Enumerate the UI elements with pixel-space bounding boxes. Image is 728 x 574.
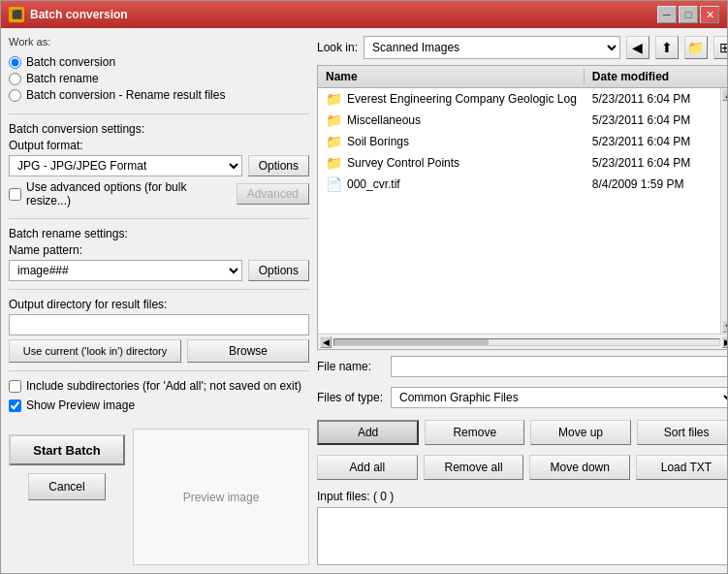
output-dir-section: Output directory for result files: C:\TE… xyxy=(9,298,309,363)
minimize-button[interactable]: ─ xyxy=(657,6,677,23)
file-list-header: Name Date modified xyxy=(318,66,727,88)
folder-icon: 📁 xyxy=(326,112,342,128)
file-name-text: Survey Control Points xyxy=(347,156,459,170)
move-up-button[interactable]: Move up xyxy=(530,420,630,445)
scroll-left-button[interactable]: ◀ xyxy=(320,336,332,348)
advanced-options-checkbox[interactable] xyxy=(9,188,21,201)
separator-3 xyxy=(9,289,309,290)
action-buttons-row1: Add Remove Move up Sort files xyxy=(317,420,727,445)
file-name-text: Soil Borings xyxy=(347,135,409,148)
col-date-header: Date modified xyxy=(585,68,720,85)
browse-button[interactable]: Browse xyxy=(187,339,309,363)
col-name-header: Name xyxy=(318,68,585,85)
batch-settings-section: Batch conversion settings: Output format… xyxy=(9,122,309,210)
show-preview-label: Show Preview image xyxy=(26,399,135,412)
table-row[interactable]: 📁 Survey Control Points 5/23/2011 6:04 P… xyxy=(318,152,720,174)
right-panel: Look in: Scanned Images Scanned ImagesDe… xyxy=(317,36,727,565)
sort-files-button[interactable]: Sort files xyxy=(637,420,727,445)
action-buttons-row2: Add all Remove all Move down Load TXT xyxy=(317,455,727,480)
move-down-button[interactable]: Move down xyxy=(529,455,630,480)
input-files-section: Input files: ( 0 ) xyxy=(317,490,727,565)
radio-batch-rename[interactable]: Batch rename xyxy=(9,72,309,85)
file-name-text: Miscellaneous xyxy=(347,113,421,127)
remove-all-button[interactable]: Remove all xyxy=(424,455,524,480)
maximize-button[interactable]: □ xyxy=(679,6,698,23)
output-dir-label: Output directory for result files: xyxy=(9,298,309,311)
show-preview-row: Show Preview image xyxy=(9,399,309,412)
use-current-button[interactable]: Use current ('look in') directory xyxy=(9,339,181,363)
file-name-input[interactable] xyxy=(391,356,727,377)
include-subdirs-row: Include subdirectories (for 'Add all'; n… xyxy=(9,379,309,393)
options-section: Include subdirectories (for 'Add all'; n… xyxy=(9,379,309,415)
left-panel: Work as: Batch conversion Batch rename B… xyxy=(9,36,309,565)
file-name-text: Everest Engineering Company Geologic Log xyxy=(347,92,577,106)
file-list-container: Name Date modified 📁 Everest Engineering… xyxy=(317,65,727,350)
output-format-select[interactable]: JPG - JPG/JPEG FormatPNG - Portable Netw… xyxy=(9,155,242,176)
table-row[interactable]: 📁 Miscellaneous 5/23/2011 6:04 PM xyxy=(318,110,720,131)
scroll-up-button[interactable]: ▲ xyxy=(722,89,727,101)
advanced-options-label: Use advanced options (for bulk resize...… xyxy=(26,180,232,207)
bottom-section: Start Batch Cancel Preview image xyxy=(9,429,309,565)
table-row[interactable]: 📄 000_cvr.tif 8/4/2009 1:59 PM xyxy=(318,174,720,195)
separator-1 xyxy=(9,113,309,114)
table-row[interactable]: 📁 Soil Borings 5/23/2011 6:04 PM xyxy=(318,131,720,152)
radio-batch-conversion-rename[interactable]: Batch conversion - Rename result files xyxy=(9,88,309,102)
vertical-scrollbar[interactable]: ▲ ▼ xyxy=(720,88,727,334)
files-of-type-label: Files of type: xyxy=(317,391,385,404)
file-name-row: File name: xyxy=(317,356,727,377)
output-dir-input[interactable]: C:\TEMP xyxy=(9,314,309,335)
look-in-label: Look in: xyxy=(317,41,358,54)
file-list-scroll[interactable]: 📁 Everest Engineering Company Geologic L… xyxy=(318,88,727,334)
window-controls: ─ □ ✕ xyxy=(657,6,719,23)
batch-settings-label: Batch conversion settings: xyxy=(9,122,309,136)
radio-batch-conversion-label: Batch conversion xyxy=(26,55,115,69)
name-pattern-row: image### Options xyxy=(9,260,309,281)
scroll-right-button[interactable]: ▶ xyxy=(722,336,727,348)
add-all-button[interactable]: Add all xyxy=(317,455,418,480)
separator-2 xyxy=(9,218,309,219)
advanced-button[interactable]: Advanced xyxy=(237,183,309,205)
name-pattern-options-button[interactable]: Options xyxy=(248,260,309,281)
include-subdirs-checkbox[interactable] xyxy=(9,380,21,393)
file-cell-name: 📁 Soil Borings xyxy=(318,133,585,150)
dir-buttons: Use current ('look in') directory Browse xyxy=(9,339,309,363)
work-as-section: Work as: Batch conversion Batch rename B… xyxy=(9,36,309,106)
file-cell-date: 5/23/2011 6:04 PM xyxy=(585,112,720,128)
radio-batch-conversion[interactable]: Batch conversion xyxy=(9,55,309,69)
name-pattern-select[interactable]: image### xyxy=(9,260,242,281)
files-of-type-select[interactable]: Common Graphic FilesAll FilesTIFF FilesJ… xyxy=(391,387,727,408)
file-list: 📁 Everest Engineering Company Geologic L… xyxy=(318,88,720,334)
separator-4 xyxy=(9,370,309,371)
show-preview-checkbox[interactable] xyxy=(9,399,21,412)
file-cell-date: 5/23/2011 6:04 PM xyxy=(585,91,720,107)
files-of-type-row: Files of type: Common Graphic FilesAll F… xyxy=(317,387,727,408)
h-scroll-thumb xyxy=(334,339,489,345)
output-format-label: Output format: xyxy=(9,139,309,152)
window-title: Batch conversion xyxy=(30,8,128,21)
file-cell-name: 📁 Miscellaneous xyxy=(318,112,585,129)
up-button[interactable]: ⬆ xyxy=(655,36,679,59)
radio-batch-rename-label: Batch rename xyxy=(26,72,99,85)
output-format-row: JPG - JPG/JPEG FormatPNG - Portable Netw… xyxy=(9,155,309,176)
preview-label: Preview image xyxy=(183,491,260,504)
main-window: ⬛ Batch conversion ─ □ ✕ Work as: Batch … xyxy=(0,0,728,574)
options-button[interactable]: Options xyxy=(248,155,309,176)
view-button[interactable]: ⊞ xyxy=(713,36,727,59)
close-button[interactable]: ✕ xyxy=(700,6,719,23)
main-content: Work as: Batch conversion Batch rename B… xyxy=(1,28,727,573)
title-bar: ⬛ Batch conversion ─ □ ✕ xyxy=(1,1,727,28)
look-in-select[interactable]: Scanned Images Scanned ImagesDesktopMy D… xyxy=(364,36,620,59)
file-cell-name: 📁 Survey Control Points xyxy=(318,154,585,172)
folder-icon: 📁 xyxy=(326,155,342,171)
add-button[interactable]: Add xyxy=(317,420,419,445)
remove-button[interactable]: Remove xyxy=(425,420,524,445)
new-folder-button[interactable]: 📁 xyxy=(684,36,708,59)
load-txt-button[interactable]: Load TXT xyxy=(636,455,727,480)
cancel-button[interactable]: Cancel xyxy=(28,473,106,500)
horizontal-scrollbar[interactable]: ◀ ▶ xyxy=(318,334,727,349)
start-batch-button[interactable]: Start Batch xyxy=(9,434,125,465)
file-cell-date: 5/23/2011 6:04 PM xyxy=(585,155,720,171)
back-button[interactable]: ◀ xyxy=(626,36,649,59)
table-row[interactable]: 📁 Everest Engineering Company Geologic L… xyxy=(318,88,720,110)
scroll-down-button[interactable]: ▼ xyxy=(722,321,727,333)
